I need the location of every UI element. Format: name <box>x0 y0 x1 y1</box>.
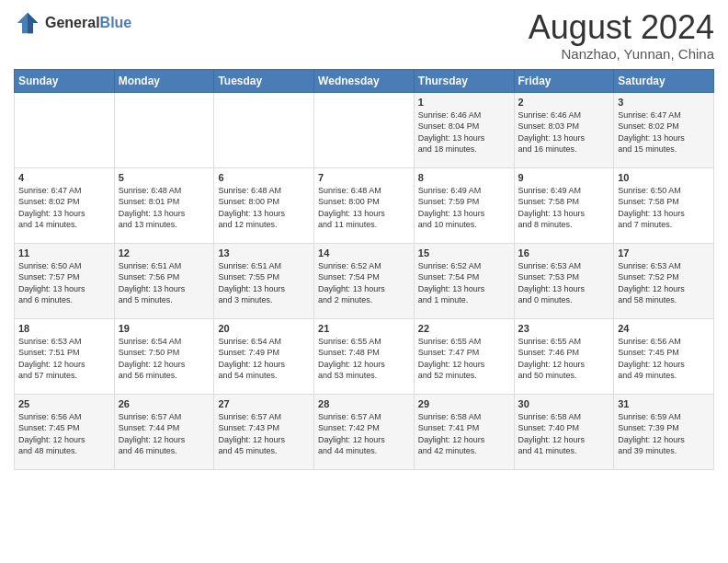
calendar-cell: 15Sunrise: 6:52 AM Sunset: 7:54 PM Dayli… <box>414 243 514 318</box>
day-number: 11 <box>18 247 110 259</box>
day-number: 29 <box>418 398 510 409</box>
day-number: 19 <box>119 323 210 334</box>
calendar-cell: 22Sunrise: 6:55 AM Sunset: 7:47 PM Dayli… <box>414 318 514 394</box>
calendar-cell: 1Sunrise: 6:46 AM Sunset: 8:04 PM Daylig… <box>414 92 514 167</box>
day-info: Sunrise: 6:50 AM Sunset: 7:57 PM Dayligh… <box>18 260 110 306</box>
calendar-cell: 26Sunrise: 6:57 AM Sunset: 7:44 PM Dayli… <box>114 394 214 469</box>
day-number: 24 <box>618 323 710 334</box>
day-info: Sunrise: 6:55 AM Sunset: 7:48 PM Dayligh… <box>318 336 410 382</box>
calendar-cell: 30Sunrise: 6:58 AM Sunset: 7:40 PM Dayli… <box>514 394 614 469</box>
calendar-cell: 2Sunrise: 6:46 AM Sunset: 8:03 PM Daylig… <box>514 92 614 167</box>
calendar-cell: 24Sunrise: 6:56 AM Sunset: 7:45 PM Dayli… <box>614 318 714 394</box>
day-number: 17 <box>618 247 710 259</box>
day-number: 2 <box>518 97 610 108</box>
calendar-cell: 8Sunrise: 6:49 AM Sunset: 7:59 PM Daylig… <box>414 167 514 243</box>
calendar-cell <box>214 92 314 167</box>
day-info: Sunrise: 6:46 AM Sunset: 8:03 PM Dayligh… <box>518 109 610 155</box>
calendar-cell: 25Sunrise: 6:56 AM Sunset: 7:45 PM Dayli… <box>15 394 115 469</box>
calendar-cell: 17Sunrise: 6:53 AM Sunset: 7:52 PM Dayli… <box>614 243 714 318</box>
day-info: Sunrise: 6:54 AM Sunset: 7:50 PM Dayligh… <box>119 336 210 382</box>
calendar-cell: 12Sunrise: 6:51 AM Sunset: 7:56 PM Dayli… <box>114 243 214 318</box>
day-number: 30 <box>518 398 610 409</box>
weekday-header-tuesday: Tuesday <box>214 69 314 92</box>
calendar-cell: 11Sunrise: 6:50 AM Sunset: 7:57 PM Dayli… <box>15 243 115 318</box>
weekday-header-sunday: Sunday <box>15 69 115 92</box>
day-number: 26 <box>119 398 210 409</box>
day-info: Sunrise: 6:46 AM Sunset: 8:04 PM Dayligh… <box>418 109 510 155</box>
day-info: Sunrise: 6:56 AM Sunset: 7:45 PM Dayligh… <box>618 336 710 382</box>
calendar-cell: 14Sunrise: 6:52 AM Sunset: 7:54 PM Dayli… <box>314 243 415 318</box>
day-info: Sunrise: 6:59 AM Sunset: 7:39 PM Dayligh… <box>618 411 710 457</box>
day-number: 15 <box>418 247 510 259</box>
calendar-cell: 28Sunrise: 6:57 AM Sunset: 7:42 PM Dayli… <box>314 394 415 469</box>
calendar-cell: 20Sunrise: 6:54 AM Sunset: 7:49 PM Dayli… <box>214 318 314 394</box>
day-number: 31 <box>618 398 710 409</box>
weekday-header-row: SundayMondayTuesdayWednesdayThursdayFrid… <box>15 69 714 92</box>
day-number: 9 <box>518 172 610 183</box>
week-row-4: 25Sunrise: 6:56 AM Sunset: 7:45 PM Dayli… <box>15 394 714 469</box>
day-number: 10 <box>618 172 710 183</box>
day-info: Sunrise: 6:47 AM Sunset: 8:02 PM Dayligh… <box>18 185 110 231</box>
day-info: Sunrise: 6:55 AM Sunset: 7:46 PM Dayligh… <box>518 336 610 382</box>
main-container: GeneralBlue August 2024 Nanzhao, Yunnan,… <box>0 0 728 479</box>
day-number: 27 <box>218 398 310 409</box>
day-number: 12 <box>119 247 210 259</box>
logo-general: General <box>45 15 100 30</box>
day-info: Sunrise: 6:50 AM Sunset: 7:58 PM Dayligh… <box>618 185 710 231</box>
calendar-cell: 4Sunrise: 6:47 AM Sunset: 8:02 PM Daylig… <box>15 167 115 243</box>
day-info: Sunrise: 6:57 AM Sunset: 7:42 PM Dayligh… <box>318 411 410 457</box>
day-info: Sunrise: 6:49 AM Sunset: 7:58 PM Dayligh… <box>518 185 610 231</box>
day-info: Sunrise: 6:57 AM Sunset: 7:43 PM Dayligh… <box>218 411 310 457</box>
calendar-cell: 31Sunrise: 6:59 AM Sunset: 7:39 PM Dayli… <box>614 394 714 469</box>
day-number: 23 <box>518 323 610 334</box>
day-number: 25 <box>18 398 110 409</box>
day-number: 22 <box>418 323 510 334</box>
week-row-2: 11Sunrise: 6:50 AM Sunset: 7:57 PM Dayli… <box>15 243 714 318</box>
calendar-cell: 21Sunrise: 6:55 AM Sunset: 7:48 PM Dayli… <box>314 318 415 394</box>
day-number: 4 <box>18 172 110 183</box>
day-info: Sunrise: 6:57 AM Sunset: 7:44 PM Dayligh… <box>119 411 210 457</box>
day-info: Sunrise: 6:47 AM Sunset: 8:02 PM Dayligh… <box>618 109 710 155</box>
title-block: August 2024 Nanzhao, Yunnan, China <box>529 9 714 62</box>
calendar-cell: 9Sunrise: 6:49 AM Sunset: 7:58 PM Daylig… <box>514 167 614 243</box>
logo-blue: Blue <box>100 15 132 30</box>
day-info: Sunrise: 6:58 AM Sunset: 7:40 PM Dayligh… <box>518 411 610 457</box>
day-number: 13 <box>218 247 310 259</box>
logo: GeneralBlue <box>14 9 131 37</box>
calendar-cell <box>314 92 415 167</box>
month-year: August 2024 <box>529 9 714 46</box>
day-info: Sunrise: 6:53 AM Sunset: 7:51 PM Dayligh… <box>18 336 110 382</box>
day-info: Sunrise: 6:52 AM Sunset: 7:54 PM Dayligh… <box>418 260 510 306</box>
day-info: Sunrise: 6:48 AM Sunset: 8:00 PM Dayligh… <box>318 185 410 231</box>
day-info: Sunrise: 6:55 AM Sunset: 7:47 PM Dayligh… <box>418 336 510 382</box>
day-number: 14 <box>318 247 410 259</box>
calendar-cell: 13Sunrise: 6:51 AM Sunset: 7:55 PM Dayli… <box>214 243 314 318</box>
day-number: 28 <box>318 398 410 409</box>
day-number: 3 <box>618 97 710 108</box>
day-number: 1 <box>418 97 510 108</box>
day-info: Sunrise: 6:54 AM Sunset: 7:49 PM Dayligh… <box>218 336 310 382</box>
day-info: Sunrise: 6:53 AM Sunset: 7:53 PM Dayligh… <box>518 260 610 306</box>
calendar-cell: 18Sunrise: 6:53 AM Sunset: 7:51 PM Dayli… <box>15 318 115 394</box>
day-number: 5 <box>119 172 210 183</box>
weekday-header-saturday: Saturday <box>614 69 714 92</box>
calendar-cell: 3Sunrise: 6:47 AM Sunset: 8:02 PM Daylig… <box>614 92 714 167</box>
day-number: 6 <box>218 172 310 183</box>
day-info: Sunrise: 6:48 AM Sunset: 8:01 PM Dayligh… <box>119 185 210 231</box>
day-info: Sunrise: 6:53 AM Sunset: 7:52 PM Dayligh… <box>618 260 710 306</box>
day-number: 18 <box>18 323 110 334</box>
calendar-cell: 5Sunrise: 6:48 AM Sunset: 8:01 PM Daylig… <box>114 167 214 243</box>
weekday-header-thursday: Thursday <box>414 69 514 92</box>
day-number: 16 <box>518 247 610 259</box>
day-info: Sunrise: 6:51 AM Sunset: 7:55 PM Dayligh… <box>218 260 310 306</box>
week-row-0: 1Sunrise: 6:46 AM Sunset: 8:04 PM Daylig… <box>15 92 714 167</box>
calendar-cell: 19Sunrise: 6:54 AM Sunset: 7:50 PM Dayli… <box>114 318 214 394</box>
week-row-1: 4Sunrise: 6:47 AM Sunset: 8:02 PM Daylig… <box>15 167 714 243</box>
svg-marker-1 <box>28 13 38 34</box>
calendar-cell: 10Sunrise: 6:50 AM Sunset: 7:58 PM Dayli… <box>614 167 714 243</box>
day-info: Sunrise: 6:49 AM Sunset: 7:59 PM Dayligh… <box>418 185 510 231</box>
day-info: Sunrise: 6:52 AM Sunset: 7:54 PM Dayligh… <box>318 260 410 306</box>
logo-text: GeneralBlue <box>45 15 131 31</box>
calendar-cell: 27Sunrise: 6:57 AM Sunset: 7:43 PM Dayli… <box>214 394 314 469</box>
calendar-cell: 6Sunrise: 6:48 AM Sunset: 8:00 PM Daylig… <box>214 167 314 243</box>
